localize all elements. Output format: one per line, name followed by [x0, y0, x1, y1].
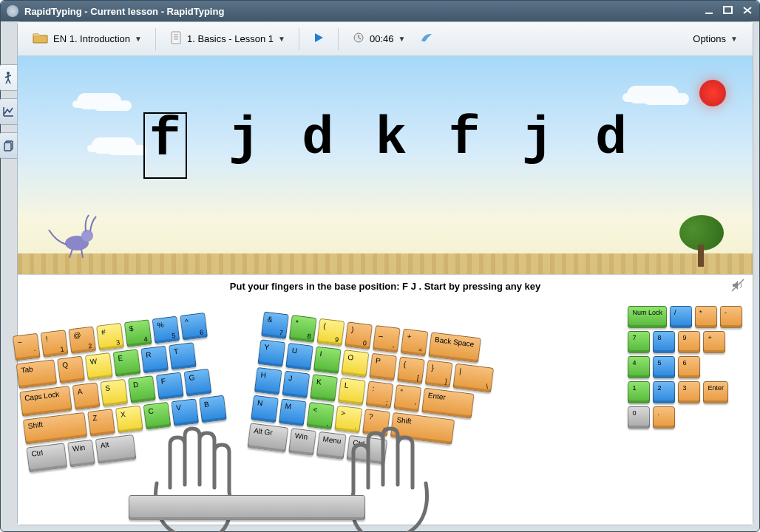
key-tab[interactable]: Tab	[16, 359, 58, 389]
key-[interactable]: $4	[124, 319, 152, 347]
key-j[interactable]: J	[282, 370, 310, 398]
key-enter[interactable]: Enter	[703, 381, 728, 403]
key-[interactable]: %5	[152, 316, 180, 344]
key-v[interactable]: V	[171, 398, 199, 426]
key-b[interactable]: B	[199, 395, 227, 423]
key-5[interactable]: 5	[653, 356, 675, 378]
key-4[interactable]: 4	[628, 356, 650, 378]
key-6[interactable]: 6	[678, 356, 700, 378]
key-win[interactable]: Win	[67, 440, 95, 468]
key-p[interactable]: P	[369, 353, 397, 381]
creature-icon	[46, 209, 105, 261]
maximize-button[interactable]	[722, 5, 734, 16]
key-[interactable]: @2	[68, 326, 96, 354]
key-[interactable]: {[	[397, 356, 425, 384]
typing-area: fjdkfjd	[18, 56, 753, 275]
client-area: EN 1. Introduction ▼ 1. Basics - Lesson …	[17, 21, 753, 525]
key-n[interactable]: N	[251, 395, 279, 423]
key-[interactable]: )0	[345, 321, 373, 349]
key-9[interactable]: 9	[678, 331, 700, 353]
key-[interactable]: +=	[401, 329, 429, 357]
key-shift[interactable]: Shift	[23, 412, 88, 445]
time-dropdown[interactable]: 00:46 ▼	[347, 29, 410, 49]
key-[interactable]: >.	[334, 405, 362, 433]
key-u[interactable]: U	[285, 343, 313, 371]
key-[interactable]: }]	[425, 360, 453, 388]
key-k[interactable]: K	[310, 374, 338, 402]
key-m[interactable]: M	[279, 398, 307, 426]
key-l[interactable]: L	[338, 378, 366, 406]
key-[interactable]: |\	[452, 364, 494, 393]
mute-button[interactable]	[730, 278, 745, 293]
key-enter[interactable]: Enter	[421, 388, 475, 419]
key-c[interactable]: C	[143, 402, 172, 430]
tab-lessons-list[interactable]	[0, 132, 18, 159]
key-[interactable]: #3	[96, 323, 124, 351]
key-f[interactable]: F	[156, 372, 184, 400]
key-alt-gr[interactable]: Alt Gr	[247, 423, 288, 452]
key-0[interactable]: 0	[628, 406, 650, 429]
key-[interactable]: ~`	[13, 333, 41, 361]
key-8[interactable]: 8	[653, 331, 675, 353]
key-back-space[interactable]: Back Space	[428, 332, 481, 363]
key-[interactable]: ?/	[362, 409, 390, 437]
key-7[interactable]: 7	[628, 331, 650, 353]
key-ctrl[interactable]: Ctrl	[26, 443, 67, 472]
brush-button[interactable]	[415, 29, 438, 49]
course-dropdown[interactable]: EN 1. Introduction ▼	[28, 28, 146, 50]
key-[interactable]: (9	[316, 318, 345, 347]
svg-rect-4	[4, 143, 11, 151]
key-[interactable]: _-	[373, 325, 401, 353]
key-o[interactable]: O	[342, 349, 370, 378]
key-g[interactable]: G	[183, 369, 211, 397]
key-i[interactable]: I	[313, 346, 342, 374]
key-[interactable]: .	[653, 406, 675, 429]
key-z[interactable]: Z	[87, 409, 115, 437]
key-x[interactable]: X	[115, 405, 143, 433]
key-[interactable]: *8	[289, 315, 317, 343]
key-q[interactable]: Q	[57, 356, 85, 384]
key-ctrl[interactable]: Ctrl	[346, 435, 387, 465]
keyboard-right-half: &7*8(9)0_-+=Back SpaceYUIOP{[}]|\HJKL:;"…	[247, 311, 498, 479]
minimize-button[interactable]	[704, 5, 716, 16]
key-[interactable]: <,	[307, 402, 335, 430]
key-[interactable]: "'	[393, 384, 421, 412]
lesson-label: 1. Basics - Lesson 1	[187, 33, 274, 44]
lesson-dropdown[interactable]: 1. Basics - Lesson 1 ▼	[165, 27, 290, 50]
options-dropdown[interactable]: Options ▼	[688, 30, 742, 47]
key-menu[interactable]: Menu	[316, 432, 347, 460]
key-caps-lock[interactable]: Caps Lock	[19, 386, 72, 417]
key-[interactable]: +	[703, 331, 725, 353]
key-win[interactable]: Win	[288, 428, 316, 456]
key-1[interactable]: 1	[628, 381, 650, 403]
key-d[interactable]: D	[128, 375, 156, 403]
key-2[interactable]: 2	[653, 381, 675, 403]
play-button[interactable]	[308, 29, 329, 49]
key-[interactable]: /	[670, 306, 692, 328]
key-[interactable]: &7	[261, 311, 289, 339]
key-alt[interactable]: Alt	[95, 434, 137, 464]
key-t[interactable]: T	[169, 342, 197, 370]
key-r[interactable]: R	[140, 346, 169, 374]
key-e[interactable]: E	[113, 349, 141, 377]
key-y[interactable]: Y	[257, 339, 285, 367]
tab-lesson[interactable]	[0, 64, 18, 91]
document-icon	[169, 30, 183, 47]
key-s[interactable]: S	[100, 379, 128, 407]
key-[interactable]: :;	[366, 381, 394, 409]
key-[interactable]: !1	[41, 330, 69, 358]
course-label: EN 1. Introduction	[53, 33, 130, 44]
window-title: RapidTyping - Current lesson - RapidTypi…	[24, 6, 224, 17]
key-shift[interactable]: Shift	[390, 412, 455, 445]
key-space[interactable]	[129, 495, 365, 520]
key-[interactable]: -	[720, 306, 742, 328]
key-h[interactable]: H	[254, 367, 282, 395]
key-a[interactable]: A	[72, 382, 101, 410]
key-num-lock[interactable]: Num Lock	[628, 306, 667, 328]
key-w[interactable]: W	[85, 352, 113, 381]
close-button[interactable]	[742, 5, 753, 16]
key-[interactable]: ^6	[180, 313, 208, 341]
tab-stats[interactable]	[0, 98, 18, 125]
key-[interactable]: *	[695, 306, 717, 328]
key-3[interactable]: 3	[678, 381, 700, 403]
